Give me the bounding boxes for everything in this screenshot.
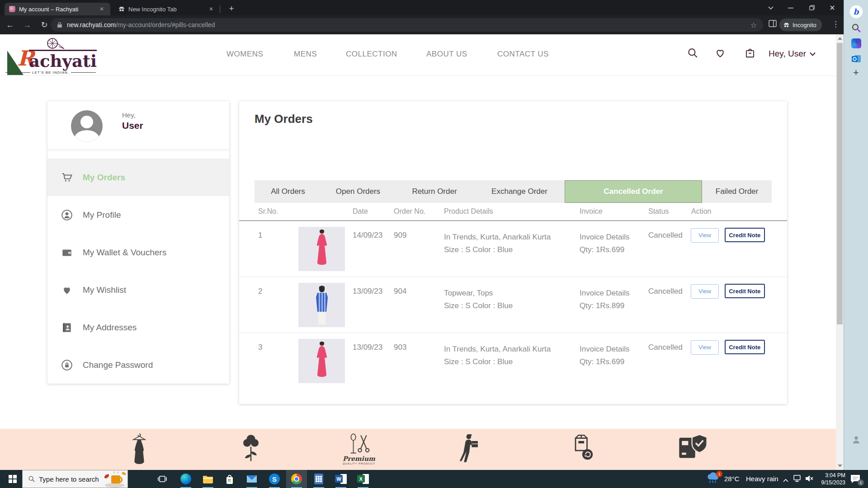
- sidebar-item-my-wallet[interactable]: My Wallet & Vouchers: [47, 234, 229, 271]
- browser-tab-active[interactable]: My account – Rachyati ✕: [5, 3, 110, 15]
- order-tabs: All Orders Open Orders Return Order Exch…: [255, 180, 772, 203]
- view-button[interactable]: View: [691, 228, 719, 243]
- taskbar-app-word[interactable]: W: [330, 470, 351, 488]
- side-panel-icon[interactable]: [769, 20, 777, 29]
- sidebar-item-my-orders[interactable]: My Orders: [47, 159, 229, 196]
- scrollbar-thumb[interactable]: [837, 43, 843, 324]
- bing-chat-icon[interactable]: b: [850, 5, 863, 18]
- credit-note-button[interactable]: Credit Note: [725, 228, 765, 242]
- volume-muted-icon[interactable]: [805, 474, 814, 484]
- sidebar-item-my-wishlist[interactable]: My Wishlist: [47, 271, 229, 309]
- view-button[interactable]: View: [691, 284, 719, 299]
- wishlist-heart-icon[interactable]: [714, 47, 726, 59]
- reload-icon[interactable]: ↻: [37, 18, 52, 32]
- notification-count: 1: [858, 479, 864, 486]
- qty-price: Qty: 1Rs.899: [580, 300, 630, 312]
- search-icon[interactable]: [687, 47, 698, 59]
- product-variant: Size : S Color : Blue: [444, 300, 513, 312]
- web-page: R achyati LET'S BE INDIAN. WOMENS MENS C…: [0, 34, 844, 470]
- sidebar-item-my-profile[interactable]: My Profile: [47, 196, 229, 234]
- add-sidebar-item-icon[interactable]: +: [853, 67, 859, 79]
- weather-condition[interactable]: Heavy rain: [746, 475, 778, 483]
- weather-temp[interactable]: 28°C: [724, 475, 740, 483]
- window-minimize-button[interactable]: [781, 0, 801, 15]
- scroll-up-arrow[interactable]: [838, 37, 842, 40]
- clock[interactable]: 3:04 PM 9/15/2023: [814, 472, 845, 486]
- site-logo[interactable]: R achyati LET'S BE INDIAN.: [5, 38, 100, 76]
- invoice-link[interactable]: Invoice Details: [580, 287, 630, 300]
- taskbar-app-edge[interactable]: [175, 470, 196, 488]
- outlook-icon[interactable]: [851, 53, 862, 66]
- invoice-link[interactable]: Invoice Details: [580, 343, 630, 356]
- nav-about-us[interactable]: ABOUT US: [426, 50, 467, 59]
- tab-close-icon[interactable]: ✕: [207, 5, 215, 13]
- account-menu[interactable]: Hey, User: [769, 49, 816, 59]
- nav-womens[interactable]: WOMENS: [226, 50, 263, 59]
- window-close-button[interactable]: ✕: [822, 0, 842, 15]
- browser-tab-incognito[interactable]: New Incognito Tab ✕: [114, 3, 220, 15]
- taskbar-search-box[interactable]: Type here to search: [22, 470, 128, 488]
- microsoft-365-icon[interactable]: [851, 38, 861, 48]
- product-image-pink-kurta[interactable]: [298, 227, 345, 271]
- page-title: My Orders: [255, 112, 313, 126]
- window-menu-chevron-icon[interactable]: [761, 0, 781, 15]
- nav-collection[interactable]: COLLECTION: [346, 50, 397, 59]
- address-bar[interactable]: new.rachyati.com/my-account/orders/#pill…: [51, 18, 763, 32]
- nav-contact-us[interactable]: CONTACT US: [497, 50, 549, 59]
- scroll-down-arrow[interactable]: [838, 465, 842, 467]
- sidebar-item-my-addresses[interactable]: My Addresses: [47, 309, 229, 346]
- tab-title: My account – Rachyati: [19, 6, 94, 13]
- bookmark-star-icon[interactable]: ☆: [750, 21, 757, 29]
- tab-close-icon[interactable]: ✕: [98, 5, 106, 13]
- taskbar-app-excel[interactable]: X: [353, 470, 373, 488]
- quality-shield-icon: [678, 433, 708, 463]
- back-icon[interactable]: ←: [3, 18, 17, 32]
- footer-feature-strip: Premium QUALITY PRODUCT: [0, 429, 836, 470]
- network-icon[interactable]: [793, 474, 802, 484]
- page-scrollbar[interactable]: [836, 34, 844, 470]
- tab-failed-order[interactable]: Failed Order: [702, 180, 772, 203]
- tab-all-orders[interactable]: All Orders: [255, 180, 321, 203]
- search-icon[interactable]: [851, 23, 862, 35]
- taskbar-app-calculator[interactable]: [308, 470, 329, 488]
- logo-tagline: LET'S BE INDIAN.: [5, 70, 96, 75]
- tab-cancelled-order[interactable]: Cancelled Order: [565, 180, 702, 203]
- cart-bag-icon[interactable]: [744, 47, 756, 59]
- product-variant: Size : S Color : Blue: [444, 244, 551, 256]
- taskbar-app-store[interactable]: [219, 470, 240, 488]
- taskbar-app-file-explorer[interactable]: [198, 470, 218, 488]
- credit-note-button[interactable]: Credit Note: [725, 284, 765, 298]
- product-name: In Trends, Kurta, Anarkali Kurta: [444, 343, 551, 356]
- site-favicon-icon: [9, 6, 15, 12]
- product-image-pink-kurta[interactable]: [298, 339, 345, 383]
- taskbar-app-mail[interactable]: [241, 470, 262, 488]
- col-product-details: Product Details: [444, 207, 493, 216]
- taskbar-app-chrome[interactable]: [286, 470, 307, 488]
- premium-sublabel: QUALITY PRODUCT: [343, 462, 375, 465]
- sidebar-item-change-password[interactable]: Change Password: [47, 346, 229, 384]
- profile-person-icon[interactable]: [851, 435, 861, 446]
- col-status: Status: [648, 207, 669, 216]
- weather-icon[interactable]: 1: [706, 472, 721, 486]
- orders-card: My Orders All Orders Open Orders Return …: [239, 101, 787, 404]
- view-button[interactable]: View: [691, 340, 719, 355]
- tab-exchange-order[interactable]: Exchange Order: [474, 180, 565, 203]
- action-center-icon[interactable]: 1: [850, 474, 862, 484]
- start-button[interactable]: [4, 470, 22, 488]
- forward-icon[interactable]: →: [20, 18, 34, 32]
- taskbar-app-skype[interactable]: S: [264, 470, 285, 488]
- tab-return-order[interactable]: Return Order: [395, 180, 474, 203]
- product-image-blue-top[interactable]: [298, 283, 345, 327]
- credit-note-button[interactable]: Credit Note: [725, 340, 765, 354]
- edge-side-rail: b +: [844, 0, 868, 470]
- col-action: Action: [691, 207, 711, 216]
- tab-open-orders[interactable]: Open Orders: [321, 180, 395, 203]
- task-view-button[interactable]: [152, 470, 173, 488]
- window-restore-button[interactable]: [802, 0, 822, 15]
- nav-mens[interactable]: MENS: [294, 50, 317, 59]
- new-tab-button[interactable]: +: [225, 2, 238, 15]
- invoice-link[interactable]: Invoice Details: [580, 231, 630, 244]
- order-row: 3 13/09/23 903 In Trends, Kurta, Anarkal…: [239, 333, 787, 389]
- tray-chevron-up-icon[interactable]: [783, 476, 788, 483]
- browser-menu-icon[interactable]: ⋮: [832, 19, 840, 29]
